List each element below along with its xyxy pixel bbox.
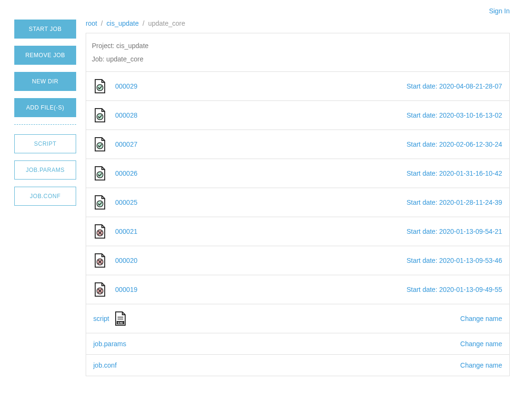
- file-failed-icon: [93, 224, 107, 239]
- run-start-date: Start date: 2020-02-06-12-30-24: [406, 140, 502, 148]
- project-label: Project: cis_update: [92, 42, 504, 50]
- file-success-icon: [93, 137, 107, 152]
- run-start-date: Start date: 2020-01-13-09-49-55: [406, 286, 502, 293]
- svg-text:EXE: EXE: [118, 321, 123, 324]
- run-row[interactable]: 000025 Start date: 2020-01-28-11-24-39: [86, 188, 509, 217]
- script-button[interactable]: SCRIPT: [14, 134, 76, 153]
- job-panel: Project: cis_update Job: update_core 000…: [86, 33, 510, 376]
- new-dir-button[interactable]: NEW DIR: [14, 72, 76, 91]
- sign-in-link[interactable]: Sign In: [489, 7, 510, 15]
- run-id[interactable]: 000020: [115, 257, 406, 264]
- svg-point-1: [97, 114, 103, 120]
- file-exe-icon: EXE: [114, 311, 127, 326]
- run-row[interactable]: 000028 Start date: 2020-03-10-16-13-02: [86, 101, 509, 130]
- breadcrumb-separator: /: [142, 20, 144, 27]
- file-row[interactable]: job.params Change name: [86, 333, 509, 355]
- main-content: root / cis_update / update_core Project:…: [86, 20, 510, 376]
- run-id[interactable]: 000021: [115, 228, 406, 235]
- run-id[interactable]: 000025: [115, 199, 406, 206]
- breadcrumb-root[interactable]: root: [86, 20, 97, 27]
- run-row[interactable]: 000029 Start date: 2020-04-08-21-28-07: [86, 72, 509, 101]
- remove-job-button[interactable]: REMOVE JOB: [14, 46, 76, 65]
- file-row[interactable]: job.conf Change name: [86, 355, 509, 376]
- add-files-button[interactable]: ADD FILE(-S): [14, 98, 76, 117]
- file-name[interactable]: job.params: [93, 340, 126, 348]
- svg-point-2: [97, 143, 103, 149]
- run-row[interactable]: 000026 Start date: 2020-01-31-16-10-42: [86, 159, 509, 188]
- run-start-date: Start date: 2020-04-08-21-28-07: [406, 82, 502, 90]
- file-success-icon: [93, 166, 107, 181]
- run-id[interactable]: 000029: [115, 82, 406, 90]
- job-conf-button[interactable]: JOB.CONF: [14, 187, 76, 206]
- breadcrumb: root / cis_update / update_core: [86, 20, 510, 27]
- file-row[interactable]: script EXE Change name: [86, 304, 509, 333]
- run-row[interactable]: 000020 Start date: 2020-01-13-09-53-46: [86, 246, 509, 275]
- breadcrumb-separator: /: [101, 20, 103, 27]
- run-start-date: Start date: 2020-01-31-16-10-42: [406, 170, 502, 177]
- file-name[interactable]: job.conf: [93, 361, 117, 369]
- file-success-icon: [93, 79, 107, 94]
- file-name[interactable]: script: [93, 315, 109, 322]
- change-name-link[interactable]: Change name: [460, 340, 502, 348]
- sidebar-divider: [14, 124, 76, 125]
- run-id[interactable]: 000027: [115, 140, 406, 148]
- file-success-icon: [93, 108, 107, 123]
- run-row[interactable]: 000021 Start date: 2020-01-13-09-54-21: [86, 217, 509, 246]
- file-failed-icon: [93, 282, 107, 297]
- run-id[interactable]: 000026: [115, 170, 406, 177]
- file-success-icon: [93, 195, 107, 210]
- file-failed-icon: [93, 253, 107, 268]
- run-row[interactable]: 000027 Start date: 2020-02-06-12-30-24: [86, 130, 509, 159]
- svg-point-4: [97, 201, 103, 207]
- run-start-date: Start date: 2020-03-10-16-13-02: [406, 111, 502, 119]
- run-row[interactable]: 000019 Start date: 2020-01-13-09-49-55: [86, 275, 509, 304]
- breadcrumb-current: update_core: [148, 20, 185, 27]
- job-label: Job: update_core: [92, 55, 504, 63]
- change-name-link[interactable]: Change name: [460, 361, 502, 369]
- run-start-date: Start date: 2020-01-13-09-53-46: [406, 257, 502, 264]
- sidebar: START JOB REMOVE JOB NEW DIR ADD FILE(-S…: [14, 20, 76, 376]
- run-start-date: Start date: 2020-01-13-09-54-21: [406, 228, 502, 235]
- breadcrumb-project[interactable]: cis_update: [107, 20, 139, 27]
- panel-header: Project: cis_update Job: update_core: [86, 33, 509, 72]
- svg-point-0: [97, 85, 103, 91]
- run-id[interactable]: 000019: [115, 286, 406, 293]
- run-start-date: Start date: 2020-01-28-11-24-39: [406, 199, 502, 206]
- run-id[interactable]: 000028: [115, 111, 406, 119]
- start-job-button[interactable]: START JOB: [14, 20, 76, 39]
- change-name-link[interactable]: Change name: [460, 315, 502, 322]
- svg-point-3: [97, 172, 103, 178]
- job-params-button[interactable]: JOB.PARAMS: [14, 160, 76, 180]
